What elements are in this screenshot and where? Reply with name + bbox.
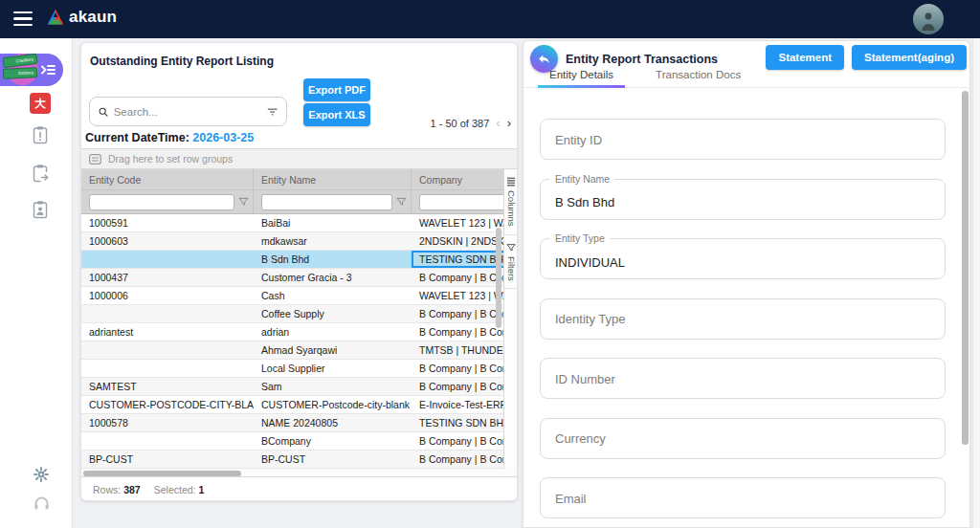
cell-entity-code[interactable] xyxy=(81,341,254,359)
search-box[interactable] xyxy=(89,97,287,126)
pagination-text: 1 - 50 of 387 xyxy=(431,118,490,129)
current-datetime: Current DateTime: 2026-03-25 xyxy=(85,131,254,144)
detail-panel-scrollbar[interactable] xyxy=(962,91,969,445)
filter-input-entity-name[interactable] xyxy=(261,194,392,210)
cell-entity-name[interactable]: BaiBai xyxy=(254,214,412,231)
detail-tabs: Entity DetailsTransaction Docs xyxy=(523,62,969,88)
field-identity-type[interactable]: Identity Type xyxy=(540,298,946,340)
clipboard-alert-icon[interactable] xyxy=(32,125,49,148)
table-row[interactable]: Ahmad SyarqawiTMTSB | THUNDER M xyxy=(81,341,517,360)
field-currency[interactable]: Currency xyxy=(540,418,946,459)
cell-entity-name[interactable]: mdkawsar xyxy=(254,232,412,250)
clipboard-export-icon[interactable] xyxy=(32,164,49,187)
cell-entity-code[interactable]: 1000603 xyxy=(81,232,254,250)
cell-entity-code[interactable] xyxy=(81,432,254,450)
cell-entity-name[interactable]: adrian xyxy=(254,323,412,341)
tab-transaction-docs[interactable]: Transaction Docs xyxy=(644,62,752,87)
cell-entity-name[interactable]: NAME 20240805 xyxy=(254,414,412,431)
datetime-value: 2026-03-25 xyxy=(192,131,254,144)
cell-company[interactable]: B Company | B Comp xyxy=(412,432,517,450)
table-row[interactable]: 1000437Customer Gracia - 3B Company | B … xyxy=(81,269,517,287)
field-email[interactable]: Email xyxy=(540,477,946,518)
cell-entity-name[interactable]: BCompany xyxy=(254,432,412,450)
table-row[interactable]: BCompanyB Company | B Comp xyxy=(81,432,517,451)
user-avatar[interactable] xyxy=(913,4,944,34)
table-row[interactable]: SAMTESTSamB Company | B Comp xyxy=(81,378,517,396)
cell-entity-name[interactable]: BP-CUST xyxy=(254,451,412,468)
data-grid: Drag here to set row groups Entity Code … xyxy=(81,148,517,501)
field-id-number[interactable]: ID Number xyxy=(540,358,946,399)
filter-list-icon[interactable] xyxy=(267,106,278,118)
cell-company[interactable]: TMTSB | THUNDER M xyxy=(412,341,517,359)
row-group-dropzone[interactable]: Drag here to set row groups xyxy=(81,149,517,169)
field-entity-name[interactable]: Entity NameB Sdn Bhd xyxy=(540,179,946,220)
column-header-company[interactable]: Company xyxy=(412,169,517,189)
table-row[interactable]: B Sdn BhdTESTING SDN BHD | xyxy=(81,251,517,269)
cell-company[interactable]: B Company | B Comp xyxy=(412,360,517,377)
cell-entity-name[interactable]: Local Supplier xyxy=(254,360,412,377)
table-row[interactable]: 1000578NAME 20240805TESTING SDN BHD | xyxy=(81,414,517,432)
cell-entity-name[interactable]: B Sdn Bhd xyxy=(254,251,412,268)
cell-company[interactable]: B Company | B Comp xyxy=(412,378,517,395)
search-input[interactable] xyxy=(114,106,261,118)
cell-entity-code[interactable]: 1000578 xyxy=(81,414,254,431)
field-entity-type[interactable]: Entity TypeINDIVIDUAL xyxy=(540,238,946,279)
columns-panel-button[interactable]: Columns xyxy=(504,169,518,235)
filter-menu-icon[interactable] xyxy=(238,197,249,207)
cell-entity-code[interactable]: 1000591 xyxy=(81,214,254,231)
tab-entity-details[interactable]: Entity Details xyxy=(538,62,625,87)
cell-entity-name[interactable]: Sam xyxy=(254,378,412,395)
cell-company[interactable]: TESTING SDN BHD | xyxy=(412,414,517,431)
cell-entity-name[interactable]: Customer Gracia - 3 xyxy=(254,269,412,286)
table-row[interactable]: CUSTOMER-POSTCODE-CITY-BLANKCUSTOMER-Pos… xyxy=(81,396,517,414)
cell-entity-code[interactable] xyxy=(81,251,254,268)
cell-company[interactable]: B Company | B Comp xyxy=(412,451,517,468)
column-header-entity-code[interactable]: Entity Code xyxy=(81,169,254,189)
table-row[interactable]: BP-CUSTBP-CUSTB Company | B Comp xyxy=(81,451,517,469)
cell-entity-code[interactable]: CUSTOMER-POSTCODE-CITY-BLANK xyxy=(81,396,254,413)
cell-company[interactable]: E-Invoice-Test-ERP2 xyxy=(412,396,517,413)
horizontal-scrollbar[interactable] xyxy=(81,469,517,477)
table-row[interactable]: Local SupplierB Company | B Comp xyxy=(81,360,517,378)
listing-panel: Outstanding Entity Report Listing Export… xyxy=(80,42,518,501)
cell-entity-code[interactable]: 1000006 xyxy=(81,287,254,304)
table-row[interactable]: 1000603mdkawsar2NDSKIN | 2NDSKIN xyxy=(81,232,517,251)
column-header-entity-name[interactable]: Entity Name xyxy=(254,169,412,189)
cell-entity-code[interactable] xyxy=(81,360,254,377)
clipboard-person-icon[interactable] xyxy=(32,200,49,223)
table-row[interactable]: adriantestadrianB Company | B Comp xyxy=(81,323,517,341)
filter-menu-icon[interactable] xyxy=(396,197,407,207)
red-app-icon[interactable] xyxy=(30,93,51,114)
settings-gear-icon[interactable] xyxy=(33,467,49,486)
cell-entity-code[interactable]: BP-CUST xyxy=(81,451,254,468)
field-placeholder: Email xyxy=(555,491,587,505)
top-navbar: akaun xyxy=(0,0,980,38)
cell-entity-code[interactable]: adriantest xyxy=(81,323,254,341)
table-row[interactable]: 1000006CashWAVELET 123 | WAVE xyxy=(81,287,517,305)
grid-vscroll-thumb[interactable] xyxy=(496,228,501,328)
support-headset-icon[interactable] xyxy=(33,495,50,516)
cell-entity-code[interactable] xyxy=(81,305,254,322)
cell-entity-name[interactable]: Coffee Supply xyxy=(254,305,412,322)
search-icon xyxy=(99,106,108,118)
export-xls-button[interactable]: Export XLS xyxy=(303,103,370,126)
cell-entity-code[interactable]: 1000437 xyxy=(81,269,254,286)
hscroll-thumb[interactable] xyxy=(83,471,241,476)
cell-entity-name[interactable]: Ahmad Syarqawi xyxy=(254,341,412,359)
filter-input-company[interactable] xyxy=(419,194,512,210)
table-row[interactable]: Coffee SupplyB Company | B Comp xyxy=(81,305,517,323)
page-scrollbar[interactable] xyxy=(972,38,980,528)
next-page-button[interactable]: › xyxy=(507,116,511,130)
export-pdf-button[interactable]: Export PDF xyxy=(303,78,370,101)
cell-entity-name[interactable]: Cash xyxy=(254,287,412,304)
field-entity-id[interactable]: Entity ID xyxy=(540,119,946,160)
cell-entity-name[interactable]: CUSTOMER-Postcode-city-blank xyxy=(254,396,412,413)
field-placeholder: Identity Type xyxy=(555,312,625,326)
ledger-app-icon[interactable]: Creditors Debtors xyxy=(3,52,39,88)
filter-input-entity-code[interactable] xyxy=(89,194,234,210)
prev-page-button[interactable]: ‹ xyxy=(496,116,500,130)
hamburger-menu-icon[interactable] xyxy=(13,11,33,26)
filters-panel-button[interactable]: Filters xyxy=(504,235,518,290)
table-row[interactable]: 1000591BaiBaiWAVELET 123 | WAVE xyxy=(81,214,517,232)
cell-entity-code[interactable]: SAMTEST xyxy=(81,378,254,395)
